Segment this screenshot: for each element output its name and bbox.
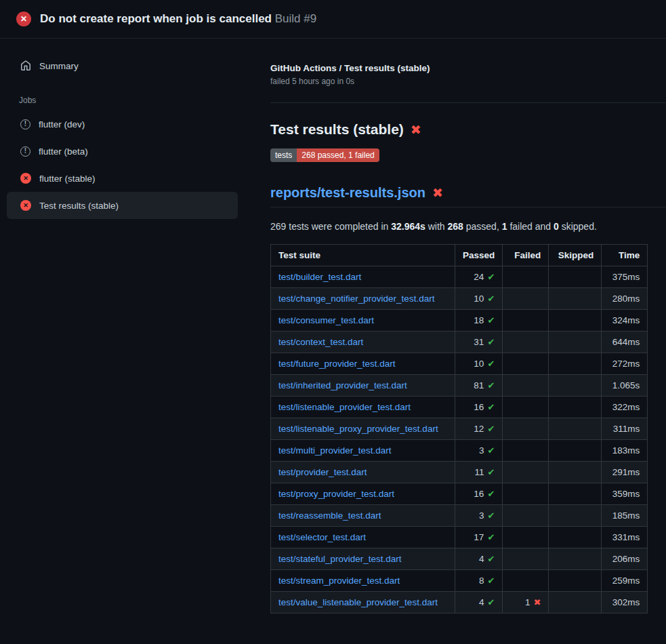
passed-cell: 16✔ [455, 483, 503, 505]
sidebar-item-label: Test results (stable) [39, 201, 119, 211]
suite-link[interactable]: test/selector_test.dart [278, 532, 366, 542]
run-status-text: failed 5 hours ago in 0s [270, 77, 666, 86]
failed-cell [503, 310, 549, 331]
skipped-cell [549, 527, 602, 548]
suite-link[interactable]: test/inherited_provider_test.dart [278, 380, 407, 390]
skipped-cell [549, 375, 602, 397]
skipped-cell [549, 483, 602, 505]
suite-link[interactable]: test/provider_test.dart [278, 467, 367, 477]
suite-link[interactable]: test/change_notifier_provider_test.dart [278, 294, 434, 304]
time-cell: 1.065s [602, 375, 648, 397]
failed-cell [503, 527, 549, 548]
time-cell: 302ms [602, 592, 648, 613]
time-cell: 311ms [602, 418, 648, 440]
sidebar-item-label: flutter (stable) [39, 174, 96, 184]
skipped-cell [549, 266, 602, 288]
skipped-cell [549, 592, 602, 613]
x-glyph: ✕ [23, 176, 28, 182]
time-cell: 324ms [602, 310, 648, 331]
suite-link[interactable]: test/builder_test.dart [278, 272, 361, 282]
check-icon: ✔ [487, 467, 495, 477]
sidebar-item-label: Summary [39, 61, 79, 71]
suite-link[interactable]: test/listenable_proxy_provider_test.dart [278, 424, 438, 434]
table-row: test/stream_provider_test.dart 8✔ 259ms [271, 570, 648, 592]
skipped-cell [549, 310, 602, 331]
report-title-link[interactable]: reports/test-results.json ✖ [270, 185, 666, 207]
run-failed-icon: ✕ [16, 12, 31, 26]
x-glyph: ✕ [20, 15, 27, 23]
sidebar-item-summary[interactable]: Summary [7, 52, 238, 79]
check-icon: ✔ [487, 402, 495, 412]
time-cell: 375ms [602, 266, 648, 288]
suite-link[interactable]: test/stateful_provider_test.dart [278, 554, 402, 564]
table-row: test/builder_test.dart 24✔ 375ms [271, 266, 648, 288]
failed-x-icon: ✖ [411, 122, 421, 138]
time-cell: 322ms [602, 397, 648, 418]
breadcrumb: GitHub Actions / Test results (stable) [270, 63, 666, 73]
jobs-heading: Jobs [19, 96, 238, 105]
failed-cell [503, 331, 549, 353]
passed-cell: 10✔ [455, 353, 503, 375]
sidebar-item-label: flutter (dev) [39, 119, 85, 129]
suite-link[interactable]: test/context_test.dart [278, 337, 363, 347]
table-row: test/inherited_provider_test.dart 81✔ 1.… [271, 375, 648, 397]
failed-status-icon: ✕ [20, 200, 31, 211]
sidebar-item-flutter-dev[interactable]: ! flutter (dev) [7, 110, 238, 138]
time-cell: 291ms [602, 462, 648, 483]
sidebar-item-flutter-beta[interactable]: ! flutter (beta) [7, 138, 238, 165]
report-title-text: reports/test-results.json [270, 185, 425, 201]
check-icon: ✔ [487, 576, 495, 586]
suite-link[interactable]: test/stream_provider_test.dart [278, 576, 400, 586]
passed-cell: 11✔ [455, 462, 503, 483]
suite-link[interactable]: test/reassemble_test.dart [278, 510, 381, 521]
results-table: Test suite Passed Failed Skipped Time te… [270, 244, 648, 613]
run-title-text: Do not create report when job is cancell… [40, 12, 272, 25]
neutral-status-icon: ! [20, 146, 30, 157]
passed-cell: 18✔ [455, 310, 503, 331]
check-title-text: Test results (stable) [270, 121, 404, 138]
sidebar-item-flutter-stable[interactable]: ✕ flutter (stable) [7, 165, 238, 192]
time-cell: 272ms [602, 353, 648, 375]
failed-cell [503, 418, 549, 440]
table-header-row: Test suite Passed Failed Skipped Time [271, 245, 648, 266]
failed-status-icon: ✕ [20, 173, 31, 184]
time-cell: 280ms [602, 288, 648, 310]
suite-link[interactable]: test/multi_provider_test.dart [278, 445, 392, 456]
check-title: Test results (stable) ✖ [270, 121, 666, 138]
failed-cell [503, 266, 549, 288]
table-row: test/change_notifier_provider_test.dart … [271, 288, 648, 310]
failed-cell [503, 505, 549, 527]
check-icon: ✔ [487, 597, 495, 607]
suite-link[interactable]: test/future_provider_test.dart [278, 359, 396, 369]
table-row: test/multi_provider_test.dart 3✔ 183ms [271, 440, 648, 462]
failed-cell [503, 288, 549, 310]
table-row: test/future_provider_test.dart 10✔ 272ms [271, 353, 648, 375]
suite-link[interactable]: test/proxy_provider_test.dart [278, 489, 394, 499]
skipped-cell [549, 548, 602, 570]
time-cell: 185ms [602, 505, 648, 527]
table-row: test/listenable_proxy_provider_test.dart… [271, 418, 648, 440]
suite-link[interactable]: test/value_listenable_provider_test.dart [278, 597, 438, 607]
failed-cell [503, 570, 549, 592]
time-cell: 183ms [602, 440, 648, 462]
table-row: test/listenable_provider_test.dart 16✔ 3… [271, 397, 648, 418]
check-icon: ✔ [487, 294, 495, 304]
suite-link[interactable]: test/listenable_provider_test.dart [278, 402, 411, 412]
passed-cell: 12✔ [455, 418, 503, 440]
badge-label: tests [270, 148, 297, 162]
suite-link[interactable]: test/consumer_test.dart [278, 315, 374, 325]
passed-cell: 17✔ [455, 527, 503, 548]
exclaim-glyph: ! [24, 148, 26, 155]
check-icon: ✔ [487, 359, 495, 369]
sidebar-item-test-results-stable[interactable]: ✕ Test results (stable) [7, 192, 238, 219]
failed-cell [503, 375, 549, 397]
home-icon [20, 60, 31, 71]
skipped-cell [549, 505, 602, 527]
check-icon: ✔ [487, 445, 495, 456]
passed-cell: 16✔ [455, 397, 503, 418]
skipped-cell [549, 288, 602, 310]
failed-cell [503, 353, 549, 375]
failed-cell: 1✖ [503, 592, 549, 613]
check-icon: ✔ [487, 489, 495, 499]
passed-cell: 24✔ [455, 266, 503, 288]
